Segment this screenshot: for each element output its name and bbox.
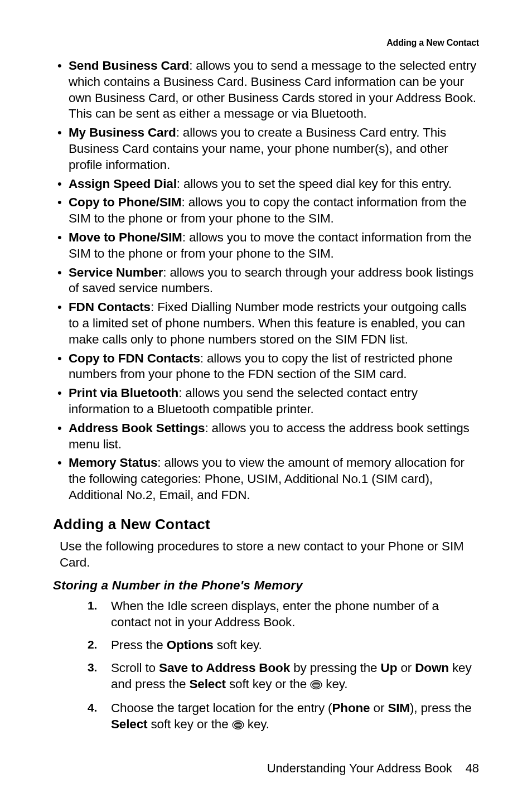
bullet-term: FDN Contacts (69, 300, 151, 314)
footer-chapter: Understanding Your Address Book (267, 761, 452, 775)
ok-key-icon (232, 718, 244, 734)
step-item: Choose the target location for the entry… (88, 700, 479, 734)
bullet-list: Send Business Card: allows you to send a… (53, 58, 479, 504)
step-item: Scroll to Save to Address Book by pressi… (88, 660, 479, 694)
step-bold: Save to Address Book (159, 661, 290, 675)
running-header: Adding a New Contact (53, 38, 479, 48)
list-item: Assign Speed Dial: allows you to set the… (53, 176, 479, 192)
section-heading: Adding a New Contact (53, 516, 479, 533)
list-item: Address Book Settings: allows you to acc… (53, 420, 479, 453)
step-bold: Select (190, 677, 226, 691)
list-item: Print via Bluetooth: allows you send the… (53, 385, 479, 418)
step-item: When the Idle screen displays, enter the… (88, 598, 479, 631)
step-text: ), press the (410, 701, 472, 715)
list-item: Service Number: allows you to search thr… (53, 265, 479, 297)
list-item: FDN Contacts: Fixed Dialling Number mode… (53, 299, 479, 347)
step-bold: Options (167, 638, 214, 652)
page: Adding a New Contact Send Business Card:… (0, 0, 532, 798)
bullet-term: Assign Speed Dial (69, 177, 177, 191)
ok-key-icon (310, 678, 322, 694)
bullet-term: Print via Bluetooth (69, 386, 178, 400)
bullet-term: Copy to Phone/SIM (69, 195, 181, 209)
bullet-term: Service Number (69, 265, 163, 279)
step-text: by pressing the (290, 661, 381, 675)
step-text: key. (322, 677, 347, 691)
bullet-term: My Business Card (69, 125, 176, 139)
bullet-term: Copy to FDN Contacts (69, 351, 200, 365)
step-text: or (397, 661, 415, 675)
list-item: Copy to Phone/SIM: allows you to copy th… (53, 195, 479, 227)
step-text: or (370, 701, 388, 715)
bullet-term: Move to Phone/SIM (69, 230, 182, 244)
bullet-term: Memory Status (69, 456, 157, 470)
page-number: 48 (466, 761, 479, 776)
step-bold: Phone (332, 701, 370, 715)
steps-list: When the Idle screen displays, enter the… (88, 598, 479, 734)
bullet-term: Send Business Card (69, 59, 189, 72)
bullet-desc: : allows you to set the speed dial key f… (177, 177, 452, 191)
step-bold: SIM (388, 701, 410, 715)
step-text: soft key or the (226, 677, 310, 691)
step-text: Scroll to (111, 661, 159, 675)
step-text: soft key. (214, 638, 262, 652)
step-text: key. (244, 717, 269, 731)
list-item: Copy to FDN Contacts: allows you to copy… (53, 351, 479, 383)
bullet-term: Address Book Settings (69, 421, 205, 435)
list-item: Move to Phone/SIM: allows you to move th… (53, 230, 479, 262)
step-bold: Select (111, 717, 147, 731)
list-item: My Business Card: allows you to create a… (53, 125, 479, 173)
subsection-heading: Storing a Number in the Phone's Memory (53, 578, 479, 593)
step-text: Press the (111, 638, 167, 652)
step-text: When the Idle screen displays, enter the… (111, 599, 439, 629)
page-footer: Understanding Your Address Book48 (53, 761, 479, 776)
step-bold: Up (381, 661, 398, 675)
step-bold: Down (415, 661, 449, 675)
step-text: soft key or the (147, 717, 231, 731)
section-intro: Use the following procedures to store a … (60, 539, 479, 571)
list-item: Send Business Card: allows you to send a… (53, 58, 479, 122)
step-item: Press the Options soft key. (88, 637, 479, 654)
list-item: Memory Status: allows you to view the am… (53, 455, 479, 503)
step-text: Choose the target location for the entry… (111, 701, 332, 715)
